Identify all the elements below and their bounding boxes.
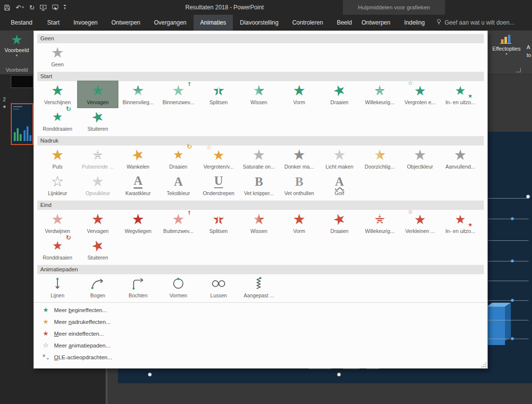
start-slideshow-icon[interactable] [40, 4, 47, 11]
tab-bestand[interactable]: Bestand [3, 15, 40, 30]
animation-effect-label: Stuiteren [87, 255, 108, 261]
preview-button[interactable]: ★ Voorbeeld ▾ [0, 30, 33, 58]
contextual-tab-indeling[interactable]: Indeling [397, 15, 432, 30]
star-solid-icon: ★ [409, 146, 431, 163]
animation-indicator-star-icon[interactable]: ★ [2, 104, 6, 109]
dialog-launcher-icon[interactable] [516, 68, 521, 72]
animation-effect[interactable]: ★Draaien [319, 210, 360, 236]
gallery-section-header: Animatiepaden [37, 265, 484, 274]
animation-effect[interactable]: Lijnen [37, 274, 78, 301]
preview-button-label: Voorbeeld [4, 47, 29, 53]
animation-effect[interactable]: ★Binnenvlieg... [118, 81, 158, 108]
animation-effect[interactable]: ★Opvulkleur [78, 172, 118, 199]
animation-effect[interactable]: ★Wegvliegen [118, 210, 158, 236]
animation-effect[interactable]: ★☆Vergroten e... [400, 81, 440, 108]
gallery-menu-item[interactable]: ★★OLE-actieopdrachten... [34, 351, 487, 363]
undo-icon[interactable]: ↶▾ [16, 4, 24, 11]
animation-effect[interactable]: Aangepast ... [239, 274, 279, 301]
chart-leader-line [485, 219, 529, 219]
animation-effect[interactable]: ★↻Ronddraaien [37, 236, 78, 263]
animation-effect[interactable]: ★☆Vergroten/v... [198, 145, 239, 172]
star-split-icon: ★ [208, 82, 229, 99]
slide-1-thumbnail[interactable] [11, 75, 33, 88]
selection-handle[interactable] [148, 373, 152, 376]
preview-dropdown-caret-icon[interactable]: ▾ [16, 54, 18, 58]
tab-start[interactable]: Start [40, 15, 66, 30]
animation-effect[interactable]: ★Doorzichtig... [360, 145, 400, 172]
animation-effect[interactable]: ★Splitsen [198, 210, 239, 236]
animation-effect[interactable]: ★Wissen [239, 210, 279, 236]
animation-effect[interactable]: ★Wissen [239, 81, 279, 108]
gallery-menu-item[interactable]: ☆Meer animatiepaden... [34, 340, 487, 351]
animation-effect[interactable]: ★Vorm [279, 81, 319, 108]
tab-ontwerpen[interactable]: Ontwerpen [105, 15, 147, 30]
save-icon[interactable] [4, 4, 10, 11]
animation-effect[interactable]: ★Donker ma... [279, 145, 319, 172]
gallery-menu-item[interactable]: ★Meer begineffecten... [34, 304, 487, 316]
tab-invoegen[interactable]: Invoegen [66, 15, 104, 30]
animation-effect[interactable]: Lussen [198, 274, 239, 301]
animation-effect[interactable]: Vormen [158, 274, 198, 301]
animation-effect[interactable]: AKwastkleur [118, 172, 158, 199]
animation-effect[interactable]: ★↑Binnenzwev... [158, 81, 198, 108]
tab-diavoorstelling[interactable]: Diavoorstelling [233, 15, 285, 30]
animation-effect[interactable]: ★Wankelen [118, 145, 158, 172]
animation-effect[interactable]: ★Objectkleur [400, 145, 440, 172]
redo-icon[interactable]: ↻ [29, 4, 34, 11]
animation-effect[interactable]: ★Aanvullend... [440, 145, 480, 172]
animation-effect[interactable]: ★Vervagen [78, 81, 118, 108]
star-stripes-icon: ★ [87, 146, 109, 163]
animation-effect-label: Ronddraaien [43, 255, 72, 261]
animation-effect[interactable]: ★★In- en uitzo... [440, 210, 480, 236]
animation-effect[interactable]: ★Splitsen [198, 81, 239, 108]
star-solid-icon: ★ [449, 146, 471, 163]
gallery-menu-item[interactable]: ★Meer eindeffecten... [34, 328, 487, 340]
animation-effect[interactable]: ★Vorm [279, 210, 319, 236]
animation-effect[interactable]: ★Puls [37, 145, 78, 172]
animation-effect[interactable]: ★☆Verkleinen ... [400, 210, 440, 236]
animation-effect-label: Draaien [331, 99, 349, 106]
star-float-icon: ★↑ [168, 82, 189, 99]
path-loop-icon [208, 275, 229, 292]
contextual-tab-ontwerpen[interactable]: Ontwerpen [355, 15, 397, 30]
slide-2-thumbnail[interactable] [11, 103, 33, 145]
touch-mouse-mode-icon[interactable] [52, 4, 58, 11]
animation-effect[interactable]: ★Stuiteren [78, 108, 118, 134]
tab-animaties[interactable]: Animaties [194, 15, 233, 30]
tab-overgangen[interactable]: Overgangen [147, 15, 193, 30]
animation-effect[interactable]: AGolf [319, 172, 360, 199]
animation-effect[interactable]: ★Vervagen [78, 210, 118, 236]
animation-effect[interactable]: ★Draaien [319, 81, 360, 108]
animation-effect[interactable]: ★Saturatie on... [239, 145, 279, 172]
gallery-menu-item-label: Meer begineffecten... [54, 307, 107, 313]
preview-group-label: Voorbeeld [0, 67, 33, 73]
animation-effect[interactable]: ★Licht maken [319, 145, 360, 172]
animation-effect[interactable]: ★Stuiteren [78, 236, 118, 263]
customize-quick-access-icon[interactable]: ▾ [64, 5, 66, 10]
animation-effect[interactable]: ★↻Draaien [158, 145, 198, 172]
animation-effect[interactable]: ★↻Ronddraaien [37, 108, 78, 134]
animation-effect[interactable]: ★Verschijnen [37, 81, 78, 108]
animation-effect[interactable]: BVet knipper... [239, 172, 279, 199]
animation-effect[interactable]: UOnderstrepen [198, 172, 239, 199]
animation-effect[interactable]: ★Pulserende ... [78, 145, 118, 172]
animation-effect[interactable]: Bochten [118, 274, 158, 301]
animation-effect[interactable]: Bogen [78, 274, 118, 301]
animation-effect[interactable]: ★Willekeurig... [360, 81, 400, 108]
effect-options-caret-icon[interactable]: ▾ [505, 52, 507, 56]
animation-effect[interactable]: ★Willekeurig... [360, 210, 400, 236]
gallery-menu-item[interactable]: ★Meer nadrukeffecten... [34, 316, 487, 328]
animation-effect[interactable]: ★Geen [37, 43, 78, 70]
animation-effect[interactable]: ATekstkleur [158, 172, 198, 199]
tellme-box[interactable]: Geef aan wat u wilt doen... [436, 15, 514, 30]
animation-effect[interactable]: ☆Lijnkleur [37, 172, 78, 199]
animation-effect[interactable]: ★Verdwijnen [37, 210, 78, 236]
animation-effect[interactable]: ★↑Buitenzwev... [158, 210, 198, 236]
effect-options-button[interactable]: Effectopties ▾ [491, 32, 522, 56]
animation-effect[interactable]: BVet onthullen [279, 172, 319, 199]
animation-effect[interactable]: ★★In- en uitzo... [440, 81, 480, 108]
undo-caret-icon[interactable]: ▾ [22, 6, 24, 9]
selection-handle[interactable] [337, 373, 341, 376]
add-animation-button-partial[interactable]: A to [527, 43, 531, 59]
tab-controleren[interactable]: Controleren [285, 15, 330, 30]
